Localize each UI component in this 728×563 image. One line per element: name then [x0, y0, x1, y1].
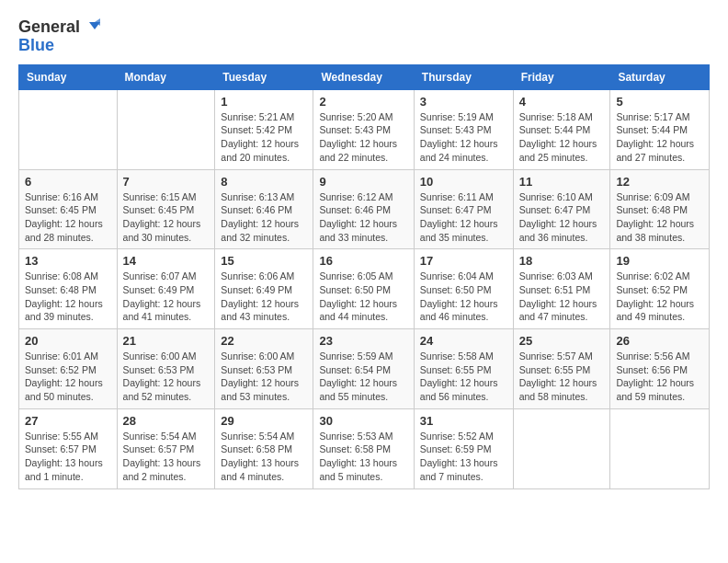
day-info: Sunrise: 5:19 AM Sunset: 5:43 PM Dayligh… [420, 110, 507, 165]
weekday-header-tuesday: Tuesday [215, 64, 313, 89]
day-number: 8 [221, 175, 307, 189]
day-info: Sunrise: 6:00 AM Sunset: 6:53 PM Dayligh… [123, 350, 210, 404]
day-cell-29: 29Sunrise: 5:54 AM Sunset: 6:58 PM Dayli… [215, 408, 313, 488]
week-row-2: 6Sunrise: 6:16 AM Sunset: 6:45 PM Daylig… [19, 169, 710, 249]
day-info: Sunrise: 6:15 AM Sunset: 6:45 PM Dayligh… [123, 190, 210, 245]
empty-cell [117, 89, 215, 169]
day-cell-3: 3Sunrise: 5:19 AM Sunset: 5:43 PM Daylig… [414, 89, 513, 169]
day-info: Sunrise: 6:12 AM Sunset: 6:46 PM Dayligh… [319, 190, 407, 245]
day-info: Sunrise: 5:57 AM Sunset: 6:55 PM Dayligh… [519, 350, 605, 404]
logo-general: General [18, 18, 80, 37]
week-row-3: 13Sunrise: 6:08 AM Sunset: 6:48 PM Dayli… [19, 249, 710, 329]
day-cell-14: 14Sunrise: 6:07 AM Sunset: 6:49 PM Dayli… [117, 249, 215, 329]
day-number: 26 [616, 334, 703, 348]
day-number: 18 [519, 254, 605, 268]
week-row-5: 27Sunrise: 5:55 AM Sunset: 6:57 PM Dayli… [19, 408, 710, 488]
day-cell-11: 11Sunrise: 6:10 AM Sunset: 6:47 PM Dayli… [513, 169, 610, 249]
empty-cell [513, 408, 610, 488]
day-info: Sunrise: 6:04 AM Sunset: 6:50 PM Dayligh… [420, 270, 507, 324]
day-info: Sunrise: 6:08 AM Sunset: 6:48 PM Dayligh… [25, 270, 111, 324]
day-cell-31: 31Sunrise: 5:52 AM Sunset: 6:59 PM Dayli… [414, 408, 513, 488]
day-cell-19: 19Sunrise: 6:02 AM Sunset: 6:52 PM Dayli… [610, 249, 710, 329]
day-cell-16: 16Sunrise: 6:05 AM Sunset: 6:50 PM Dayli… [313, 249, 414, 329]
day-cell-13: 13Sunrise: 6:08 AM Sunset: 6:48 PM Dayli… [19, 249, 118, 329]
day-number: 11 [519, 175, 605, 189]
page-header: General Blue [18, 18, 710, 55]
day-cell-18: 18Sunrise: 6:03 AM Sunset: 6:51 PM Dayli… [513, 249, 610, 329]
empty-cell [610, 408, 710, 488]
day-number: 10 [420, 175, 507, 189]
empty-cell [19, 89, 118, 169]
day-cell-17: 17Sunrise: 6:04 AM Sunset: 6:50 PM Dayli… [414, 249, 513, 329]
day-number: 7 [123, 175, 210, 189]
day-number: 23 [319, 334, 407, 348]
day-cell-5: 5Sunrise: 5:17 AM Sunset: 5:44 PM Daylig… [610, 89, 710, 169]
weekday-header-row: SundayMondayTuesdayWednesdayThursdayFrid… [19, 64, 710, 89]
day-info: Sunrise: 6:13 AM Sunset: 6:46 PM Dayligh… [221, 190, 307, 245]
day-cell-30: 30Sunrise: 5:53 AM Sunset: 6:58 PM Dayli… [313, 408, 414, 488]
day-cell-8: 8Sunrise: 6:13 AM Sunset: 6:46 PM Daylig… [215, 169, 313, 249]
day-number: 17 [420, 254, 507, 268]
day-number: 5 [616, 95, 703, 109]
day-info: Sunrise: 5:56 AM Sunset: 6:56 PM Dayligh… [616, 350, 703, 404]
day-number: 14 [123, 254, 210, 268]
weekday-header-sunday: Sunday [19, 64, 118, 89]
day-info: Sunrise: 6:16 AM Sunset: 6:45 PM Dayligh… [25, 190, 111, 245]
logo-blue: Blue [18, 37, 54, 55]
day-cell-7: 7Sunrise: 6:15 AM Sunset: 6:45 PM Daylig… [117, 169, 215, 249]
day-info: Sunrise: 6:10 AM Sunset: 6:47 PM Dayligh… [519, 190, 605, 245]
day-info: Sunrise: 5:21 AM Sunset: 5:42 PM Dayligh… [221, 110, 307, 165]
day-cell-26: 26Sunrise: 5:56 AM Sunset: 6:56 PM Dayli… [610, 329, 710, 409]
logo-bird-icon [82, 18, 100, 37]
day-number: 20 [25, 334, 111, 348]
day-number: 30 [319, 414, 407, 428]
day-info: Sunrise: 6:05 AM Sunset: 6:50 PM Dayligh… [319, 270, 407, 324]
day-info: Sunrise: 6:00 AM Sunset: 6:53 PM Dayligh… [221, 350, 307, 404]
day-number: 22 [221, 334, 307, 348]
day-cell-1: 1Sunrise: 5:21 AM Sunset: 5:42 PM Daylig… [215, 89, 313, 169]
day-cell-21: 21Sunrise: 6:00 AM Sunset: 6:53 PM Dayli… [117, 329, 215, 409]
day-number: 12 [616, 175, 703, 189]
weekday-header-saturday: Saturday [610, 64, 710, 89]
day-number: 3 [420, 95, 507, 109]
day-info: Sunrise: 6:07 AM Sunset: 6:49 PM Dayligh… [123, 270, 210, 324]
day-number: 25 [519, 334, 605, 348]
weekday-header-wednesday: Wednesday [313, 64, 414, 89]
day-info: Sunrise: 6:03 AM Sunset: 6:51 PM Dayligh… [519, 270, 605, 324]
day-info: Sunrise: 6:09 AM Sunset: 6:48 PM Dayligh… [616, 190, 703, 245]
day-cell-25: 25Sunrise: 5:57 AM Sunset: 6:55 PM Dayli… [513, 329, 610, 409]
day-cell-27: 27Sunrise: 5:55 AM Sunset: 6:57 PM Dayli… [19, 408, 118, 488]
day-number: 4 [519, 95, 605, 109]
logo: General Blue [18, 18, 100, 55]
day-info: Sunrise: 5:55 AM Sunset: 6:57 PM Dayligh… [25, 430, 111, 484]
day-number: 15 [221, 254, 307, 268]
day-cell-10: 10Sunrise: 6:11 AM Sunset: 6:47 PM Dayli… [414, 169, 513, 249]
day-cell-24: 24Sunrise: 5:58 AM Sunset: 6:55 PM Dayli… [414, 329, 513, 409]
day-number: 29 [221, 414, 307, 428]
week-row-1: 1Sunrise: 5:21 AM Sunset: 5:42 PM Daylig… [19, 89, 710, 169]
day-cell-12: 12Sunrise: 6:09 AM Sunset: 6:48 PM Dayli… [610, 169, 710, 249]
day-cell-15: 15Sunrise: 6:06 AM Sunset: 6:49 PM Dayli… [215, 249, 313, 329]
day-info: Sunrise: 6:01 AM Sunset: 6:52 PM Dayligh… [25, 350, 111, 404]
day-info: Sunrise: 5:53 AM Sunset: 6:58 PM Dayligh… [319, 430, 407, 484]
day-info: Sunrise: 5:54 AM Sunset: 6:57 PM Dayligh… [123, 430, 210, 484]
day-info: Sunrise: 6:11 AM Sunset: 6:47 PM Dayligh… [420, 190, 507, 245]
week-row-4: 20Sunrise: 6:01 AM Sunset: 6:52 PM Dayli… [19, 329, 710, 409]
day-number: 21 [123, 334, 210, 348]
day-cell-22: 22Sunrise: 6:00 AM Sunset: 6:53 PM Dayli… [215, 329, 313, 409]
day-info: Sunrise: 5:18 AM Sunset: 5:44 PM Dayligh… [519, 110, 605, 165]
day-number: 16 [319, 254, 407, 268]
day-cell-9: 9Sunrise: 6:12 AM Sunset: 6:46 PM Daylig… [313, 169, 414, 249]
day-number: 13 [25, 254, 111, 268]
calendar-table: SundayMondayTuesdayWednesdayThursdayFrid… [18, 64, 710, 489]
day-info: Sunrise: 6:02 AM Sunset: 6:52 PM Dayligh… [616, 270, 703, 324]
day-cell-20: 20Sunrise: 6:01 AM Sunset: 6:52 PM Dayli… [19, 329, 118, 409]
day-info: Sunrise: 5:17 AM Sunset: 5:44 PM Dayligh… [616, 110, 703, 165]
day-number: 31 [420, 414, 507, 428]
day-info: Sunrise: 6:06 AM Sunset: 6:49 PM Dayligh… [221, 270, 307, 324]
day-cell-28: 28Sunrise: 5:54 AM Sunset: 6:57 PM Dayli… [117, 408, 215, 488]
day-cell-23: 23Sunrise: 5:59 AM Sunset: 6:54 PM Dayli… [313, 329, 414, 409]
day-info: Sunrise: 5:58 AM Sunset: 6:55 PM Dayligh… [420, 350, 507, 404]
day-number: 2 [319, 95, 407, 109]
day-cell-4: 4Sunrise: 5:18 AM Sunset: 5:44 PM Daylig… [513, 89, 610, 169]
